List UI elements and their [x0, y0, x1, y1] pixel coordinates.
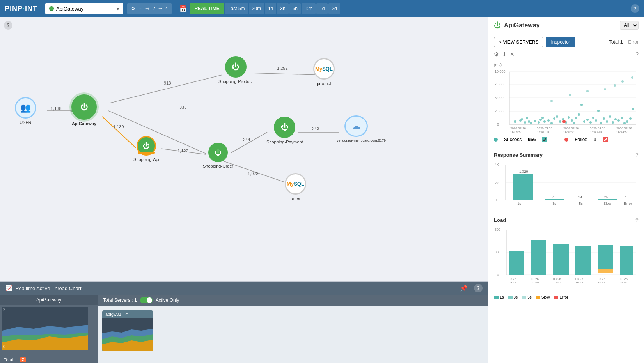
svg-text:03.26: 03.26 — [620, 277, 628, 281]
total-value: 2 — [20, 357, 26, 362]
svg-point-77 — [621, 80, 624, 83]
svg-point-79 — [562, 120, 566, 123]
node-apigateway[interactable]: ⏻ ApiGateway — [71, 94, 97, 126]
svg-point-41 — [547, 119, 550, 122]
success-label: Success — [504, 137, 522, 142]
dots-icon: ··· — [138, 6, 142, 11]
legend-error-label: Error — [559, 295, 568, 299]
chart-icon: 📈 — [5, 285, 12, 291]
svg-text:16:43: 16:43 — [598, 281, 606, 284]
edge-label-api-order: 335 — [179, 105, 186, 110]
view-servers-tab[interactable]: < VIEW SERVERS — [494, 37, 543, 47]
svg-point-48 — [568, 116, 570, 119]
svg-point-71 — [632, 108, 634, 110]
node-shopping-product[interactable]: ⏻ Shopping-Product — [218, 56, 253, 84]
svg-point-63 — [609, 115, 611, 118]
realtime-button[interactable]: REAL TIME — [190, 3, 224, 14]
settings-icon[interactable]: ⚙ — [494, 51, 499, 57]
server-name: apigw01 — [105, 312, 121, 317]
filter-select-wrapper[interactable]: All — [620, 21, 639, 30]
stats-pill: ⚙ ··· ⇒ 2 ⇒ 4 — [127, 3, 172, 14]
thread-servers-header: Total Servers : 1 Active Only — [98, 295, 488, 306]
failed-checkbox[interactable] — [603, 137, 608, 142]
inspector-tab[interactable]: Inspector — [546, 37, 575, 47]
response-summary-title: Response Summary ? — [494, 152, 639, 158]
svg-rect-126 — [598, 269, 613, 273]
thread-content: ApiGateway 2 0 — [0, 295, 488, 363]
server-mini-chart — [102, 318, 153, 351]
6h-button[interactable]: 6h — [289, 3, 301, 14]
response-help-icon[interactable]: ? — [635, 152, 639, 158]
external-link-icon[interactable]: ↗ — [124, 312, 128, 317]
tab-total-label: Total 1 — [609, 39, 623, 45]
legend-5s: 5s — [522, 295, 532, 299]
failed-dot — [564, 138, 568, 142]
svg-text:600: 600 — [495, 228, 500, 232]
header-right: ? — [631, 4, 639, 13]
app-selector[interactable]: ApiGateway ▾ — [45, 3, 123, 14]
pin-icon[interactable]: 📌 — [460, 285, 468, 292]
active-only-label: Active Only — [156, 297, 179, 303]
svg-text:0: 0 — [497, 122, 499, 126]
node-payment-vendor[interactable]: ☁ vendor.payment.card.com:8179 — [337, 115, 376, 142]
svg-text:16:44:58: 16:44:58 — [616, 130, 629, 134]
svg-point-35 — [526, 117, 528, 119]
last5m-button[interactable]: Last 5m — [225, 3, 248, 14]
12h-button[interactable]: 12h — [302, 3, 316, 14]
legend-5s-label: 5s — [527, 295, 532, 299]
1h-button[interactable]: 1h — [265, 3, 276, 14]
svg-text:2020.03.26: 2020.03.26 — [590, 127, 606, 130]
svg-text:2020.03.26: 2020.03.26 — [563, 127, 579, 130]
scatter-legend: Success 956 Failed 1 — [494, 135, 639, 144]
load-help-icon[interactable]: ? — [635, 217, 639, 223]
svg-point-34 — [530, 122, 532, 124]
close-icon[interactable]: ✕ — [510, 51, 514, 57]
svg-rect-122 — [531, 240, 546, 275]
svg-point-66 — [617, 119, 620, 122]
help-icon-chart[interactable]: ? — [635, 51, 639, 57]
svg-text:03.26: 03.26 — [531, 277, 539, 281]
20m-button[interactable]: 20m — [249, 3, 264, 14]
svg-text:03:44: 03:44 — [620, 281, 628, 284]
svg-rect-105 — [598, 199, 617, 200]
svg-text:1s: 1s — [517, 202, 521, 205]
power-icon-2: ⏻ — [232, 62, 240, 71]
node-payment-vendor-label: vendor.payment.card.com:8179 — [337, 138, 376, 142]
node-shopping-api[interactable]: ⏻ Shopping-Api — [133, 136, 159, 162]
thread-help-icon[interactable]: ? — [474, 284, 483, 292]
2d-button[interactable]: 2d — [328, 3, 340, 14]
node-product-mysql[interactable]: MySQL product — [313, 58, 335, 86]
svg-text:300: 300 — [495, 250, 500, 254]
thread-bar-chart: 2 0 — [0, 305, 98, 356]
server-card-apigw01[interactable]: apigw01 ↗ — [102, 310, 153, 351]
active-only-toggle[interactable] — [140, 297, 153, 303]
svg-point-29 — [514, 120, 516, 123]
node-shopping-order[interactable]: ⏻ Shopping-Order — [203, 143, 233, 168]
bottom-panel: 📈 Realtime Active Thread Chart 📌 ? ApiGa… — [0, 281, 488, 363]
filter-select[interactable]: All — [620, 21, 639, 30]
1d-button[interactable]: 1d — [316, 3, 328, 14]
svg-rect-101 — [545, 199, 564, 200]
svg-point-70 — [629, 117, 632, 120]
topology-help-icon[interactable]: ? — [4, 21, 12, 30]
topology-view[interactable]: ? — [0, 17, 488, 281]
node-user-label: USER — [20, 120, 32, 125]
thread-app-column: ApiGateway 2 0 — [0, 295, 98, 363]
success-checkbox[interactable] — [542, 137, 547, 142]
node-shopping-payment[interactable]: ⏻ Shopping-Payment — [266, 117, 303, 144]
svg-point-40 — [543, 120, 546, 123]
left-panel: ? — [0, 17, 488, 363]
total-stat: Total 2 — [4, 356, 94, 363]
app-count: 4 — [165, 6, 168, 11]
help-icon[interactable]: ? — [631, 4, 639, 13]
download-icon[interactable]: ⬇ — [502, 51, 507, 57]
svg-point-59 — [597, 110, 600, 112]
node-order-mysql[interactable]: MySQL order — [285, 173, 306, 201]
3h-button[interactable]: 3h — [277, 3, 288, 14]
node-user[interactable]: 👥 USER — [15, 97, 36, 125]
scatter-chart-area: (ms) 10,000 7,500 5,000 2,500 0 — [488, 59, 644, 148]
svg-text:7,500: 7,500 — [495, 82, 504, 86]
svg-text:16:42:28: 16:42:28 — [563, 130, 576, 134]
svg-rect-99 — [513, 174, 533, 200]
legend-error: Error — [554, 295, 568, 299]
